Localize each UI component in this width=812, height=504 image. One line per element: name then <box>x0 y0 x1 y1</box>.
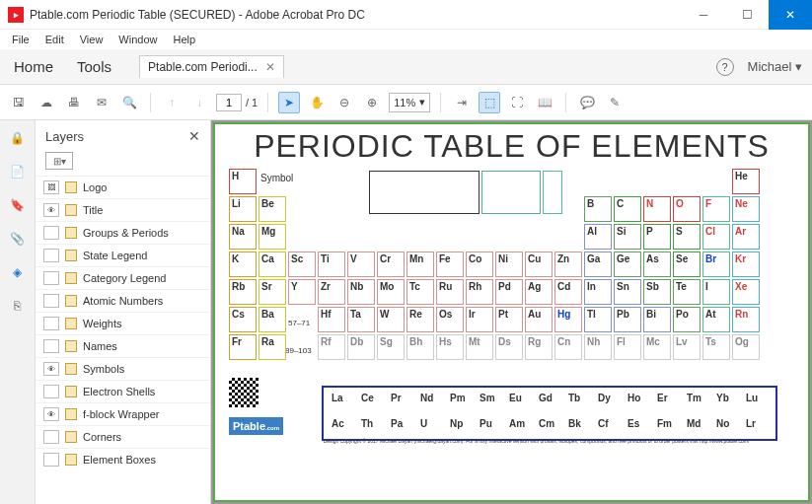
close-button[interactable]: ✕ <box>769 0 812 30</box>
element-cell: Ni <box>495 252 523 277</box>
menu-view[interactable]: View <box>74 33 110 46</box>
element-cell: Pm <box>448 392 476 415</box>
visibility-toggle[interactable] <box>43 249 59 262</box>
layers-close-icon[interactable]: ✕ <box>188 128 200 144</box>
tab-tools[interactable]: Tools <box>73 52 115 81</box>
read-mode-icon[interactable]: 📖 <box>534 92 555 113</box>
menu-edit[interactable]: Edit <box>39 33 70 46</box>
visibility-toggle[interactable]: 👁 <box>43 407 59 421</box>
element-cell: Bh <box>406 334 434 360</box>
mail-icon[interactable]: ✉ <box>91 92 112 113</box>
layer-label: Names <box>83 340 117 352</box>
print-icon[interactable]: 🖶 <box>63 92 85 113</box>
menubar: File Edit View Window Help <box>0 30 812 49</box>
minimize-button[interactable]: ─ <box>682 0 725 30</box>
element-cell: Mo <box>377 279 405 305</box>
cloud-icon[interactable]: ☁ <box>36 92 57 113</box>
layer-item[interactable]: Groups & Periods <box>36 221 210 244</box>
visibility-toggle[interactable] <box>43 294 59 308</box>
layer-label: Element Boxes <box>83 454 156 466</box>
help-icon[interactable]: ? <box>716 58 734 76</box>
page-down-icon[interactable]: ↓ <box>188 92 210 113</box>
element-cell: Ba <box>258 307 286 332</box>
search-icon[interactable]: 🔍 <box>118 92 140 113</box>
layer-item[interactable]: State Legend <box>36 244 210 266</box>
visibility-toggle[interactable] <box>43 271 59 285</box>
visibility-toggle[interactable] <box>43 385 59 398</box>
layer-label: f-block Wrapper <box>83 408 159 420</box>
layers-icon[interactable]: ◈ <box>8 262 28 282</box>
layers-title: Layers <box>45 129 84 144</box>
save-icon[interactable]: 🖫 <box>8 92 30 113</box>
visibility-toggle[interactable]: 👁 <box>43 203 59 217</box>
zoom-select[interactable]: 11% ▾ <box>389 93 430 112</box>
layer-item[interactable]: 👁Title <box>36 198 210 221</box>
element-cell: Cs <box>229 307 257 332</box>
layer-item[interactable]: Weights <box>36 312 210 334</box>
tab-document[interactable]: Ptable.com Periodi... ✕ <box>139 55 284 78</box>
element-cell: Yb <box>714 392 742 415</box>
hand-tool-icon[interactable]: ✋ <box>306 92 328 113</box>
layer-label: Atomic Numbers <box>83 295 163 307</box>
visibility-toggle[interactable] <box>43 339 59 353</box>
attachments-icon[interactable]: 📎 <box>8 229 28 249</box>
zoom-out-icon[interactable]: ⊖ <box>333 92 355 113</box>
lock-icon[interactable]: 🔒 <box>8 128 28 148</box>
visibility-toggle[interactable] <box>43 317 59 330</box>
layer-item[interactable]: Category Legend <box>36 266 210 289</box>
element-cell: At <box>702 307 730 332</box>
layer-item[interactable]: Electron Shells <box>36 380 210 402</box>
menu-file[interactable]: File <box>6 33 36 46</box>
layer-item[interactable]: Corners <box>36 425 210 448</box>
element-cell: Be <box>258 196 286 222</box>
document-view[interactable]: PERIODIC TABLE OF ELEMENTS Symbol 57–71 … <box>211 120 812 504</box>
visibility-toggle[interactable] <box>43 430 59 444</box>
element-cell: Cr <box>377 252 405 277</box>
tab-home[interactable]: Home <box>10 52 57 81</box>
element-cell: Ts <box>702 334 730 360</box>
element-cell: Rb <box>229 279 257 305</box>
maximize-button[interactable]: ☐ <box>725 0 769 30</box>
element-cell: V <box>347 252 375 277</box>
visibility-toggle[interactable] <box>43 453 59 467</box>
element-cell: Ds <box>495 334 523 360</box>
layers-options-icon[interactable]: ⊞▾ <box>45 152 73 170</box>
fit-width-icon[interactable]: ⇥ <box>451 92 473 113</box>
visibility-toggle[interactable] <box>43 226 59 240</box>
element-cell: K <box>229 252 257 277</box>
visibility-toggle[interactable]: 👁 <box>43 362 59 376</box>
layer-icon <box>65 272 77 284</box>
fit-page-icon[interactable]: ⬚ <box>479 92 500 113</box>
more-icon[interactable]: ⎘ <box>8 296 28 316</box>
layer-item[interactable]: 👁Symbols <box>36 357 210 380</box>
select-tool-icon[interactable]: ➤ <box>278 92 300 113</box>
element-cell: H <box>229 169 257 194</box>
visibility-toggle[interactable]: 🖼 <box>43 180 59 194</box>
layer-item[interactable]: 👁f-block Wrapper <box>36 402 210 425</box>
page-up-icon[interactable]: ↑ <box>161 92 183 113</box>
tab-close-icon[interactable]: ✕ <box>265 60 275 74</box>
zoom-in-icon[interactable]: ⊕ <box>361 92 383 113</box>
fullscreen-icon[interactable]: ⛶ <box>506 92 528 113</box>
element-cell: Mn <box>406 252 434 277</box>
layer-label: Category Legend <box>83 272 166 284</box>
layer-item[interactable]: Atomic Numbers <box>36 289 210 312</box>
layer-item[interactable]: Names <box>36 334 210 357</box>
element-cell: Rh <box>466 279 493 305</box>
comment-icon[interactable]: 💬 <box>576 92 598 113</box>
bookmarks-icon[interactable]: 🔖 <box>8 195 28 215</box>
layer-item[interactable]: 🖼Logo <box>36 176 210 198</box>
element-cell: Cd <box>554 279 582 305</box>
page-input[interactable] <box>216 94 242 111</box>
thumbnails-icon[interactable]: 📄 <box>8 162 28 181</box>
element-cell: Zr <box>318 279 345 305</box>
layer-icon <box>65 408 77 420</box>
element-cell: Y <box>288 279 316 305</box>
menu-help[interactable]: Help <box>167 33 201 46</box>
layer-item[interactable]: Element Boxes <box>36 448 210 470</box>
layer-label: Title <box>83 204 103 216</box>
highlight-icon[interactable]: ✎ <box>604 92 626 113</box>
element-cell: S <box>673 224 701 250</box>
menu-window[interactable]: Window <box>112 33 163 46</box>
user-menu[interactable]: Michael ▾ <box>748 59 802 74</box>
